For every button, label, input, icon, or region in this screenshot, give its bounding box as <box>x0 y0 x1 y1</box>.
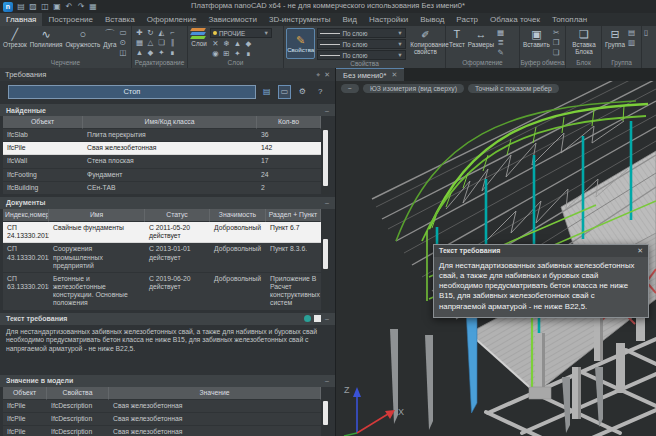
tool-icon[interactable]: ◉ <box>210 49 221 59</box>
help-icon[interactable]: ? <box>313 85 327 99</box>
tool-icon[interactable]: ∎ <box>243 49 254 59</box>
globe-icon[interactable] <box>304 315 311 322</box>
dimensions-button[interactable]: ↔ Размеры <box>467 28 495 49</box>
undo-icon[interactable]: ↶ <box>64 2 74 12</box>
table-row[interactable]: IfcPile IfcDescription Свая железобетонн… <box>3 400 329 413</box>
tool-icon[interactable]: ✦ <box>156 48 167 58</box>
tool-icon[interactable]: ⊞ <box>221 49 232 59</box>
drawing-area[interactable]: Z X Без имени0* ✕ −ЮЗ изометрия (вид све… <box>336 68 656 436</box>
tool-icon[interactable]: ▯ <box>644 28 648 38</box>
viewport-control[interactable]: ЮЗ изометрия (вид сверху) <box>363 84 464 93</box>
tool-icon[interactable]: ◫ <box>119 48 126 58</box>
column-header[interactable]: Индекс,номер <box>3 209 49 222</box>
collapse-icon[interactable]: – <box>325 199 329 206</box>
tool-icon[interactable]: ▭ <box>119 28 126 38</box>
redo-icon[interactable]: ↷ <box>76 2 86 12</box>
ribbon-tab[interactable]: Оформление <box>141 13 203 26</box>
tool-icon[interactable]: ✚ <box>134 28 145 38</box>
close-icon[interactable]: ✕ <box>637 247 643 255</box>
viewport-control[interactable]: − <box>341 84 359 93</box>
close-tab-icon[interactable]: ✕ <box>391 71 397 79</box>
stop-button[interactable]: Стоп <box>8 85 256 99</box>
bylayer-select[interactable]: По слою ▼ <box>317 50 405 60</box>
tooltip-header[interactable]: Текст требования ✕ <box>434 245 648 257</box>
frame-select-icon[interactable]: ▭ <box>278 85 292 99</box>
table-row[interactable]: IfcPile IfcDescription Свая железобетонн… <box>3 426 329 436</box>
bylayer-select[interactable]: По слою ▼ <box>317 39 405 49</box>
circle-button[interactable]: ○ Окружность <box>64 28 101 49</box>
tool-icon[interactable]: ∎ <box>167 48 178 58</box>
Стена плоская[interactable]: IfcWall Стена плоская 17 <box>3 155 329 168</box>
tool-icon[interactable]: ⌐ <box>167 28 178 38</box>
ribbon-tab[interactable]: Топоплан <box>546 13 593 26</box>
column-header[interactable]: Имя <box>49 209 145 222</box>
column-header[interactable]: Кол-во <box>257 116 321 129</box>
copy-properties-button[interactable]: ✐ Копирование свойств <box>408 28 443 55</box>
layer-select[interactable]: ПРОЧИЕ ▼ <box>210 28 272 38</box>
report-icon[interactable]: ▤ <box>260 85 274 99</box>
arc-button[interactable]: ⌒ Дуга <box>102 28 117 49</box>
tool-icon[interactable]: ❏ <box>553 48 560 58</box>
ribbon-tab[interactable]: Облака точек <box>484 13 546 26</box>
collapse-icon[interactable]: – <box>325 377 329 384</box>
scrollbar[interactable] <box>322 128 329 195</box>
tool-icon[interactable]: ✂ <box>553 28 560 38</box>
column-header[interactable]: Свойства <box>47 387 109 400</box>
tool-icon[interactable]: ✎ <box>497 48 504 58</box>
close-icon[interactable]: ✕ <box>324 71 330 79</box>
СЕн-ТАВ[interactable]: IfcBuilding СЕн-ТАВ 2 <box>3 182 329 195</box>
polyline-button[interactable]: ∿ Полилиния <box>29 28 64 49</box>
ribbon-tab[interactable]: Зависимости <box>202 13 263 26</box>
scrollbar[interactable] <box>322 399 329 436</box>
tool-icon[interactable]: △ <box>145 38 156 48</box>
pin-icon[interactable]: ⌖ <box>316 71 320 79</box>
tool-icon[interactable]: ⊙ <box>119 38 126 48</box>
column-header[interactable]: Раздел + Пункт <box>266 209 321 222</box>
ribbon-tab[interactable]: Вывод <box>414 13 450 26</box>
tool-icon[interactable]: ❄ <box>221 39 232 49</box>
collapse-icon[interactable]: – <box>325 315 329 322</box>
save-all-icon[interactable]: ▣ <box>52 2 62 12</box>
Свайные фундаменты[interactable]: СП 24.13330.2011 Свайные фундаменты С 20… <box>3 222 329 243</box>
viewport-control[interactable]: Точный с показом ребер <box>468 84 559 93</box>
ribbon-tab[interactable]: Вид <box>336 13 362 26</box>
column-header[interactable]: Имя/Код класса <box>83 116 257 129</box>
line-button[interactable]: ╱ Отрезок <box>2 28 28 49</box>
properties-toggle-button[interactable]: ✎ Свойства <box>286 28 315 59</box>
section-model-values[interactable]: Значение в модели– <box>0 375 335 387</box>
tool-icon[interactable]: ❐ <box>553 38 560 48</box>
save-icon[interactable]: ◫ <box>40 2 50 12</box>
column-header[interactable]: Объект <box>3 116 83 129</box>
Фундамент[interactable]: IfcFooting Фундамент 24 <box>3 169 329 182</box>
tool-icon[interactable]: ▤ <box>628 28 635 38</box>
tool-icon[interactable]: ❏ <box>156 38 167 48</box>
ribbon-tab[interactable]: Построение <box>42 13 99 26</box>
layers-button[interactable]: Слои <box>190 28 208 48</box>
Сооружения промышленных предприятий[interactable]: СП 43.13330.2012 Сооружения промышленных… <box>3 243 329 272</box>
document-tab[interactable]: Без имени0* ✕ <box>336 68 404 81</box>
tool-icon[interactable]: ▲ <box>232 39 243 49</box>
tool-icon[interactable]: ▲ <box>134 48 145 58</box>
tool-icon[interactable]: ▦ <box>497 28 504 38</box>
text-button[interactable]: T Текст <box>448 28 466 49</box>
ribbon-tab[interactable]: 3D-инструменты <box>263 13 337 26</box>
column-header[interactable]: Значение <box>109 387 321 400</box>
ribbon-tab[interactable]: Главная <box>0 13 42 26</box>
collapse-icon[interactable]: – <box>325 107 329 114</box>
column-header[interactable]: Статус <box>145 209 210 222</box>
tool-icon[interactable]: ∥ <box>167 38 178 48</box>
tool-icon[interactable]: ▥ <box>628 38 635 48</box>
Плита перекрытия[interactable]: IfcSlab Плита перекрытия 36 <box>3 129 329 142</box>
tool-icon[interactable]: ↻ <box>145 28 156 38</box>
group-button[interactable]: ⊟ Группа <box>604 28 626 49</box>
new-file-icon[interactable]: ▤ <box>16 2 26 12</box>
Бетонные и железобетонные конструкции. Основные положения[interactable]: СП 63.13330.2018 Бетонные и железобетонн… <box>3 273 329 311</box>
open-folder-icon[interactable]: ▨ <box>28 2 38 12</box>
section-documents[interactable]: Документы– <box>0 197 335 209</box>
ribbon-tab[interactable]: Вставка <box>99 13 141 26</box>
bylayer-select[interactable]: По слою ▼ <box>317 28 405 38</box>
Свая железобетонная[interactable]: IfcPile Свая железобетонная 142 <box>3 142 329 155</box>
scrollbar[interactable] <box>322 221 329 311</box>
tool-icon[interactable]: ◆ <box>243 39 254 49</box>
section-found[interactable]: Найденные– <box>0 104 335 116</box>
